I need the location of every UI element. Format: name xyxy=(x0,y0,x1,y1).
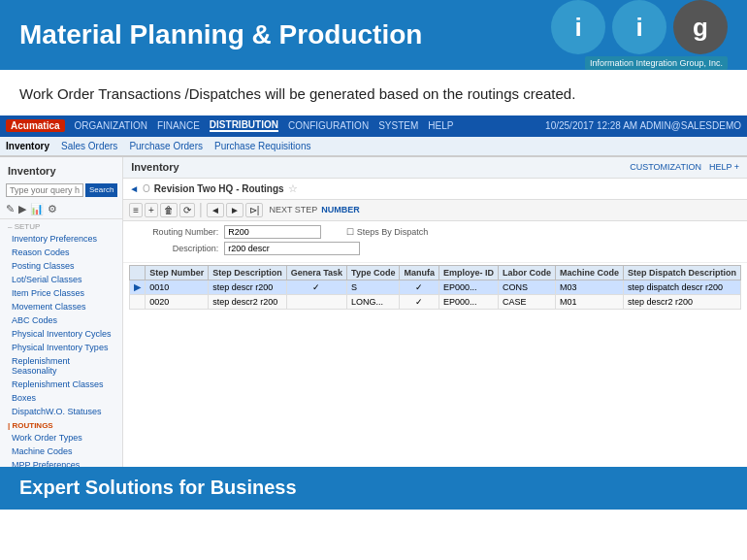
cell-step-number: 0010 xyxy=(146,280,209,294)
sidebar-item-movement-classes[interactable]: Movement Classes xyxy=(0,300,122,313)
logo-i1: i xyxy=(551,0,605,54)
pencil-icon[interactable]: ✎ xyxy=(6,203,15,215)
sidebar-icon-bar: ✎ ▶ 📊 ⚙ xyxy=(0,200,122,219)
back-button[interactable]: ◄ xyxy=(129,183,139,194)
customization-link[interactable]: CUSTOMIZATION xyxy=(630,162,701,172)
search-input[interactable] xyxy=(6,183,83,197)
cell-labor-code: CASE xyxy=(498,294,555,309)
toolbar-refresh-button[interactable]: ⟳ xyxy=(179,203,195,217)
cell-manufa: ✓ xyxy=(400,294,439,309)
sidebar-title: Inventory xyxy=(0,161,122,181)
sidebar-item-mpp-preferences[interactable]: MPP Preferences xyxy=(0,458,122,467)
sidebar-item-replenishment-seasonality[interactable]: Replenishment Seasonality xyxy=(0,354,122,378)
toolbar-next-button[interactable]: ► xyxy=(226,203,244,217)
subtitle-text: Work Order Transactions /Dispatches will… xyxy=(19,85,575,102)
breadcrumb-title: Revision Two HQ - Routings xyxy=(154,183,284,194)
sidebar-item-abc-codes[interactable]: ABC Codes xyxy=(0,313,122,327)
col-indicator xyxy=(130,265,146,280)
cell-labor-code: CONS xyxy=(498,280,555,294)
col-genera-task[interactable]: Genera Task xyxy=(286,265,346,280)
settings-icon[interactable]: ⚙ xyxy=(48,203,57,215)
nav-right-info: 10/25/2017 12:28 AM ADMIN@SALESDEMO xyxy=(545,120,741,131)
cell-type-code: LONG... xyxy=(347,294,400,309)
toolbar-last-button[interactable]: ⊳| xyxy=(245,203,264,217)
logo-area: i i g Information Integration Group, Inc… xyxy=(551,0,728,70)
nav-configuration[interactable]: CONFIGURATION xyxy=(288,120,369,131)
col-manufa[interactable]: Manufa xyxy=(400,265,439,280)
cell-manufa: ✓ xyxy=(400,280,439,294)
cell-genera-task: ✓ xyxy=(286,280,346,294)
row-indicator xyxy=(130,294,146,309)
col-labor-code[interactable]: Labor Code xyxy=(498,265,555,280)
subnav-purchase-orders[interactable]: Purchase Orders xyxy=(129,141,203,151)
cell-step-description: step descr r200 xyxy=(209,280,287,294)
play-icon[interactable]: ▶ xyxy=(18,203,26,215)
nav-system[interactable]: SYSTEM xyxy=(378,120,418,131)
inventory-header: Inventory CUSTOMIZATION HELP + xyxy=(123,157,747,179)
toolbar-next-label: NEXT STEP xyxy=(269,205,317,214)
favorite-star-icon[interactable]: ☆ xyxy=(288,182,298,195)
cell-machine-code: M03 xyxy=(555,280,623,294)
routing-number-label: Routing Number: xyxy=(131,227,218,237)
subnav-inventory[interactable]: Inventory xyxy=(6,141,49,151)
toolbar-sep1: | xyxy=(199,201,203,218)
cell-employee-id: EP000... xyxy=(438,280,498,294)
subnav-sales-orders[interactable]: Sales Orders xyxy=(61,141,117,151)
footer-text: Expert Solutions for Business xyxy=(19,477,297,499)
routing-number-input[interactable] xyxy=(224,225,321,239)
col-step-number[interactable]: Step Number xyxy=(146,265,209,280)
nav-organization[interactable]: ORGANIZATION xyxy=(75,120,147,131)
sidebar-item-posting-classes[interactable]: Posting Classes xyxy=(0,259,122,273)
toolbar-menu-button[interactable]: ≡ xyxy=(129,203,143,217)
col-step-description[interactable]: Step Description xyxy=(209,265,287,280)
nav-distribution[interactable]: DISTRIBUTION xyxy=(210,119,278,132)
chart-icon[interactable]: 📊 xyxy=(30,203,44,215)
sidebar-item-physical-inventory-cycles[interactable]: Physical Inventory Cycles xyxy=(0,327,122,341)
cell-genera-task xyxy=(286,294,346,309)
table-row[interactable]: 0020 step descr2 r200 LONG... ✓ EP000...… xyxy=(130,294,741,309)
logo-i2: i xyxy=(612,0,666,54)
steps-by-dispatch-label: ☐ Steps By Dispatch xyxy=(346,227,428,237)
logo-g: g xyxy=(673,0,728,54)
sidebar-item-replenishment-classes[interactable]: Replenishment Classes xyxy=(0,378,122,391)
sidebar-item-inventory-preferences[interactable]: Inventory Preferences xyxy=(0,232,122,246)
toolbar-prev-button[interactable]: ◄ xyxy=(207,203,224,217)
sidebar-item-boxes[interactable]: Boxes xyxy=(0,391,122,405)
logo-circles: i i g xyxy=(551,0,728,54)
nav-finance[interactable]: FINANCE xyxy=(157,120,200,131)
page-header: Material Planning & Production i i g Inf… xyxy=(0,0,747,70)
toolbar-add-button[interactable]: + xyxy=(145,203,158,217)
acumatica-navbar: Acumatica ORGANIZATION FINANCE DISTRIBUT… xyxy=(0,115,747,137)
subnav-purchase-requisitions[interactable]: Purchase Requisitions xyxy=(214,141,311,151)
sidebar-item-lot-serial-classes[interactable]: Lot/Serial Classes xyxy=(0,273,122,286)
page-title: Material Planning & Production xyxy=(19,19,422,50)
section-setup: – SETUP xyxy=(0,219,122,232)
cell-type-code: S xyxy=(347,280,400,294)
right-panel: Inventory CUSTOMIZATION HELP + ◄ Ο Revis… xyxy=(123,157,747,467)
sidebar-item-work-order-types[interactable]: Work Order Types xyxy=(0,431,122,445)
toolbar-number-label: NUMBER xyxy=(321,205,360,214)
table-row[interactable]: ▶ 0010 step descr r200 ✓ S ✓ EP000... CO… xyxy=(130,280,741,294)
col-machine-code[interactable]: Machine Code xyxy=(555,265,623,280)
toolbar-delete-button[interactable]: 🗑 xyxy=(160,203,178,217)
description-input[interactable] xyxy=(224,242,360,255)
nav-help[interactable]: HELP xyxy=(428,120,453,131)
cell-employee-id: EP000... xyxy=(438,294,498,309)
sidebar: Inventory Search ✎ ▶ 📊 ⚙ – SETUP Invento… xyxy=(0,157,123,467)
search-button[interactable]: Search xyxy=(85,183,117,197)
sidebar-item-reason-codes[interactable]: Reason Codes xyxy=(0,246,122,259)
sidebar-item-dispatch-statuses[interactable]: DispatchW.O. Statuses xyxy=(0,405,122,418)
sidebar-item-physical-inventory-types[interactable]: Physical Inventory Types xyxy=(0,341,122,354)
sidebar-item-machine-codes[interactable]: Machine Codes xyxy=(0,445,122,458)
data-table-container: Step Number Step Description Genera Task… xyxy=(123,263,747,467)
sub-navbar: Inventory Sales Orders Purchase Orders P… xyxy=(0,137,747,156)
sidebar-item-item-price-classes[interactable]: Item Price Classes xyxy=(0,286,122,300)
subtitle: Work Order Transactions /Dispatches will… xyxy=(0,70,747,115)
toolbar: ≡ + 🗑 ⟳ | ◄ ► ⊳| NEXT STEP NUMBER xyxy=(123,200,747,221)
form-row-description: Description: xyxy=(131,242,739,255)
col-dispatch-description[interactable]: Step Dispatch Description xyxy=(623,265,740,280)
cell-dispatch-description: step dispatch descr r200 xyxy=(623,280,740,294)
col-type-code[interactable]: Type Code xyxy=(347,265,400,280)
col-employee-id[interactable]: Employe- ID xyxy=(438,265,498,280)
help-link[interactable]: HELP + xyxy=(709,162,739,172)
